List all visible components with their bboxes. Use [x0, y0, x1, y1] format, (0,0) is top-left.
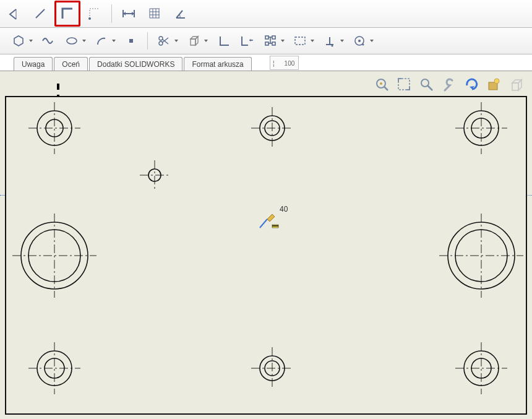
svg-marker-22: [191, 39, 195, 45]
pencil-cursor-icon: [259, 214, 280, 231]
separator: [111, 4, 112, 23]
hole: [28, 102, 80, 154]
separator: [147, 32, 148, 50]
perpendicular-icon[interactable]: [320, 31, 340, 51]
arrow-left-icon[interactable]: [2, 2, 26, 25]
svg-point-1: [88, 17, 91, 20]
svg-point-39: [358, 40, 361, 42]
dimension-width-icon[interactable]: [117, 2, 140, 25]
toolbar-row-2: [0, 28, 532, 54]
tab-strip: Uwaga Oceń Dodatki SOLIDWORKS Format ark…: [0, 54, 532, 71]
tick: ¦: [273, 60, 275, 67]
hole: [251, 107, 293, 149]
tree-icon[interactable]: [260, 31, 280, 51]
tab-uwaga[interactable]: Uwaga: [14, 57, 53, 71]
drawing-canvas[interactable]: 40: [0, 71, 532, 419]
arc-icon[interactable]: [92, 31, 111, 51]
svg-point-19: [159, 41, 163, 45]
svg-marker-89: [267, 214, 275, 222]
svg-rect-28: [265, 42, 268, 45]
line-diagonal-icon[interactable]: [28, 2, 52, 25]
wave-icon[interactable]: [38, 31, 58, 51]
ruler-origin: ¦ 100: [270, 56, 299, 70]
ruler-origin-value: 100: [285, 60, 295, 67]
tab-format[interactable]: Format arkusza: [184, 57, 251, 71]
cube-icon[interactable]: [184, 31, 204, 51]
tab-ocen[interactable]: Oceń: [54, 57, 88, 71]
hole: [140, 160, 169, 190]
svg-rect-34: [295, 37, 305, 45]
bracket-dim-icon[interactable]: [237, 31, 257, 51]
svg-rect-30: [272, 42, 275, 45]
svg-point-37: [332, 45, 333, 47]
hexagon-icon[interactable]: [9, 31, 28, 51]
angle-icon[interactable]: [169, 2, 192, 25]
svg-marker-26: [249, 39, 251, 41]
toolbar-row-1: [0, 0, 532, 28]
hole: [28, 342, 80, 394]
svg-line-88: [260, 219, 267, 228]
corner-bracket-icon[interactable]: [213, 31, 233, 51]
hole: [455, 342, 507, 394]
hole: [251, 347, 293, 389]
corner-rect-icon[interactable]: [54, 1, 80, 27]
svg-marker-15: [14, 36, 23, 46]
svg-point-16: [67, 38, 77, 44]
hole: [12, 214, 97, 298]
hole: [455, 102, 507, 154]
tab-dodatki[interactable]: Dodatki SOLIDWORKS: [89, 57, 182, 71]
dotted-corner-icon[interactable]: [83, 2, 106, 25]
scissors-icon[interactable]: [154, 31, 174, 51]
ellipse-icon[interactable]: [62, 31, 82, 51]
svg-point-40: [363, 44, 364, 46]
svg-rect-27: [265, 36, 268, 39]
target-icon[interactable]: [350, 31, 369, 51]
svg-marker-24: [195, 37, 198, 45]
grid-icon[interactable]: [143, 2, 166, 25]
rect-dash-icon[interactable]: [290, 31, 310, 51]
svg-point-18: [159, 37, 163, 40]
holes-layer: [0, 71, 532, 419]
svg-rect-17: [129, 39, 133, 43]
dot-icon[interactable]: [121, 31, 141, 51]
svg-rect-29: [272, 36, 275, 39]
hole: [439, 214, 523, 298]
dimension-value: 40: [280, 205, 288, 214]
svg-line-0: [36, 9, 45, 18]
